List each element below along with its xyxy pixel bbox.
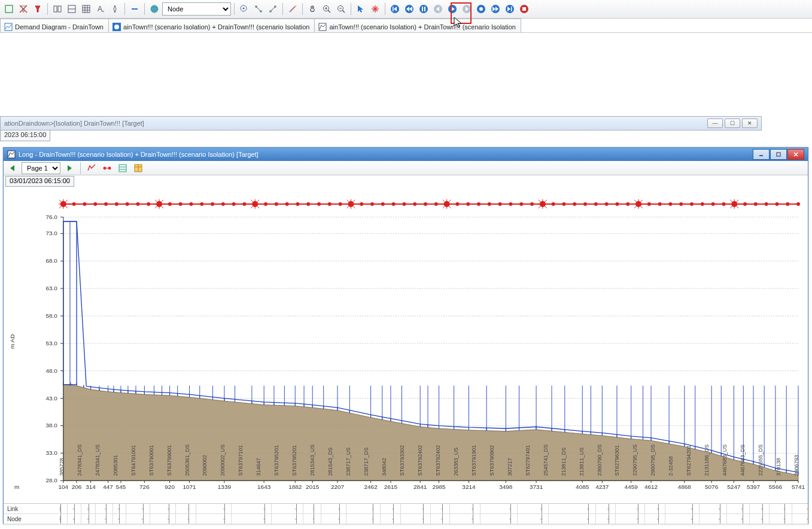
svg-text:2815343_US: 2815343_US <box>309 445 315 476</box>
svg-text:m AD: m AD <box>9 335 16 349</box>
tab-draintown-1[interactable]: ainTown!!! (scenario Isolation) + DrainT… <box>108 19 315 32</box>
svg-text:ST63795201: ST63795201 <box>273 445 279 476</box>
zoom-out-icon[interactable] <box>334 2 348 16</box>
pause-icon[interactable] <box>417 2 430 16</box>
profile-style-icon[interactable] <box>85 162 98 175</box>
play-icon[interactable] <box>446 2 459 16</box>
bottom-info-grid: Link------------------------------ Node-… <box>4 503 808 524</box>
forward-end-icon[interactable] <box>503 2 516 16</box>
zoom-in-icon[interactable] <box>320 2 333 16</box>
svg-point-383 <box>285 202 289 206</box>
record-icon[interactable] <box>475 2 488 16</box>
table-2-icon[interactable] <box>132 162 145 175</box>
svg-point-437 <box>690 202 694 206</box>
svg-point-371 <box>200 202 203 206</box>
maximize-button[interactable]: ☐ <box>725 118 740 128</box>
svg-text:2478341_US: 2478341_US <box>95 445 101 476</box>
text-tool-icon[interactable]: A <box>94 2 107 16</box>
svg-text:2225555_DS: 2225555_DS <box>758 445 764 476</box>
svg-text:726: 726 <box>139 484 150 490</box>
svg-text:4868: 4868 <box>678 484 692 490</box>
minimize-button[interactable] <box>753 149 770 160</box>
tool-1-icon[interactable] <box>2 2 16 16</box>
svg-point-384 <box>296 202 299 206</box>
svg-rect-66 <box>777 153 780 156</box>
prev-page-icon[interactable] <box>6 162 19 175</box>
tab-demand-diagram[interactable]: Demand Diagram - DrainTown <box>0 19 109 32</box>
svg-rect-64 <box>8 151 15 158</box>
stop-icon[interactable] <box>518 2 531 16</box>
step-forward-icon[interactable] <box>460 2 473 16</box>
network-1-icon[interactable] <box>252 2 265 16</box>
svg-line-25 <box>328 10 330 13</box>
layout-2-icon[interactable] <box>65 2 78 16</box>
svg-point-395 <box>370 202 374 206</box>
table-1-icon[interactable] <box>116 162 129 175</box>
svg-rect-42 <box>422 7 423 11</box>
svg-text:370138: 370138 <box>775 458 781 476</box>
svg-line-18 <box>256 7 261 11</box>
svg-text:1882: 1882 <box>288 484 302 490</box>
rewind-start-icon[interactable] <box>388 2 402 16</box>
svg-text:76.0: 76.0 <box>45 214 57 220</box>
globe-icon[interactable] <box>148 2 161 16</box>
wand-icon[interactable] <box>286 2 299 16</box>
grid-icon[interactable] <box>80 2 93 16</box>
pan-icon[interactable] <box>306 2 319 16</box>
close-button[interactable]: ✕ <box>742 118 758 128</box>
svg-text:2290795_US: 2290795_US <box>632 445 638 476</box>
svg-point-398 <box>402 202 406 206</box>
node-selector-combo[interactable]: Node <box>162 2 231 16</box>
svg-point-425 <box>605 202 609 206</box>
svg-point-381 <box>264 202 267 206</box>
svg-point-13 <box>151 5 158 13</box>
svg-point-420 <box>552 202 555 206</box>
network-2-icon[interactable] <box>266 2 279 16</box>
forward-icon[interactable] <box>489 2 502 16</box>
select-cursor-icon[interactable] <box>354 2 367 16</box>
svg-point-448 <box>765 202 768 206</box>
svg-point-410 <box>488 202 491 206</box>
tab-draintown-2[interactable]: ainTown!!! (scenario Isolation) + DrainT… <box>314 19 521 32</box>
target-zoom-icon[interactable] <box>238 2 251 16</box>
svg-text:ST63792402: ST63792402 <box>417 445 423 476</box>
svg-text:5397: 5397 <box>747 484 761 490</box>
svg-text:213811_US: 213811_US <box>579 448 585 476</box>
link-marker-icon[interactable] <box>101 162 114 175</box>
svg-rect-57 <box>511 7 512 11</box>
chart-icon <box>4 23 13 31</box>
svg-text:ST63795201: ST63795201 <box>291 445 297 476</box>
main-toolbar: A Node <box>0 0 812 19</box>
svg-text:206: 206 <box>72 484 82 490</box>
step-back-icon[interactable] <box>431 2 445 16</box>
minus-icon[interactable] <box>128 2 141 16</box>
layout-1-icon[interactable] <box>51 2 64 16</box>
compass-icon[interactable] <box>108 2 121 16</box>
filter-off-icon[interactable] <box>17 2 30 16</box>
svg-point-399 <box>413 202 416 206</box>
maximize-button[interactable] <box>770 149 787 160</box>
svg-text:5076: 5076 <box>705 484 719 490</box>
svg-point-422 <box>573 202 576 206</box>
node-row-label: Node <box>4 516 60 522</box>
page-selector[interactable]: Page 1 <box>22 162 60 174</box>
burst-icon[interactable] <box>369 2 382 16</box>
svg-point-438 <box>701 202 704 206</box>
svg-text:2015: 2015 <box>306 484 320 490</box>
close-button[interactable] <box>787 149 804 160</box>
svg-text:53.0: 53.0 <box>45 340 57 346</box>
svg-rect-59 <box>522 7 526 11</box>
svg-point-387 <box>328 202 332 206</box>
next-page-icon[interactable] <box>63 162 76 175</box>
svg-text:ST62796301: ST62796301 <box>614 445 620 476</box>
svg-text:3731: 3731 <box>530 484 543 490</box>
svg-text:2360790_DS: 2360790_DS <box>597 445 603 476</box>
minimize-button[interactable]: — <box>707 118 723 128</box>
long-section-titlebar[interactable]: Long - DrainTown!!! (scenario Isolation)… <box>4 148 808 161</box>
rewind-icon[interactable] <box>403 2 416 16</box>
svg-text:5566: 5566 <box>769 484 783 490</box>
svg-text:3214: 3214 <box>462 484 476 490</box>
svg-text:447: 447 <box>103 484 113 490</box>
filter-on-icon[interactable] <box>31 2 44 16</box>
svg-point-397 <box>392 202 396 206</box>
